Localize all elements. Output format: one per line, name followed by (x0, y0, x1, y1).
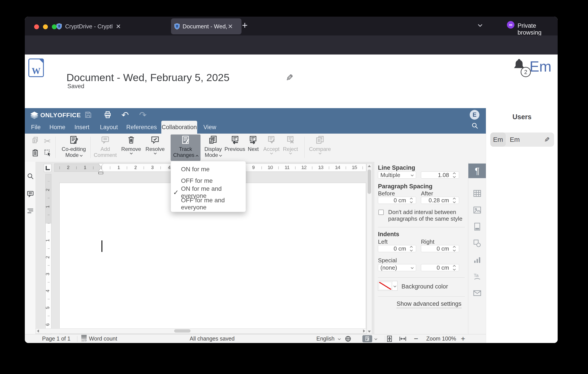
track-changes-status-icon (362, 335, 372, 342)
menu-item-on-for-everyone[interactable]: ✓ ON for me and everyone (171, 187, 246, 198)
special-value-spinner[interactable]: 0 cm (421, 264, 459, 271)
word-count-button[interactable]: 123 Word count (81, 335, 117, 342)
menu-item-off-for-everyone[interactable]: OFF for me and everyone (171, 198, 246, 210)
ruler-number: 5 (45, 306, 51, 309)
menu-tab-collaboration[interactable]: Collaboration (161, 121, 197, 134)
line-spacing-value-spinner[interactable]: 1.08 (421, 171, 459, 179)
menu-tab-view[interactable]: View (202, 121, 218, 134)
notifications-bell[interactable]: 2 (512, 57, 532, 77)
zoom-out-button[interactable]: − (414, 334, 418, 343)
paste-icon[interactable] (32, 149, 39, 157)
minimize-window-button[interactable] (43, 24, 48, 29)
menu-item-off-for-me[interactable]: OFF for me (171, 175, 246, 187)
fit-width-button[interactable] (399, 335, 407, 342)
select-all-icon[interactable] (44, 149, 51, 157)
previous-change-button[interactable]: Previous (225, 135, 245, 152)
scroll-up-arrow[interactable] (368, 165, 371, 167)
language-selector[interactable]: English (316, 335, 351, 342)
scroll-right-arrow[interactable] (363, 330, 365, 332)
spin-up[interactable] (453, 172, 456, 175)
edit-user-name-pencil-icon[interactable]: ✎ (544, 136, 550, 144)
line-spacing-select[interactable]: Multiple (378, 171, 416, 179)
image-settings-tab[interactable] (468, 203, 486, 217)
chart-settings-tab[interactable] (468, 253, 486, 267)
tabs-chevron-down-icon[interactable] (477, 22, 483, 29)
left-indent-marker[interactable] (98, 172, 103, 174)
ruler-number: 9 (252, 165, 255, 170)
user-list-item[interactable]: Em Em ✎ (490, 133, 554, 147)
paragraph-settings-tab[interactable]: ¶ (468, 164, 486, 178)
horizontal-scrollbar[interactable] (35, 328, 367, 334)
header-footer-settings-tab[interactable] (468, 219, 486, 234)
new-tab-button[interactable]: + (242, 20, 248, 31)
menu-tab-layout[interactable]: Layout (99, 121, 119, 134)
tab-document-active[interactable]: Document - Wed, February 5, 2 ✕ (171, 18, 242, 34)
document-title[interactable]: Document - Wed, February 5, 2025 (66, 71, 230, 83)
close-window-button[interactable] (34, 24, 39, 29)
find-icon[interactable] (27, 172, 34, 180)
zoom-in-button[interactable]: + (461, 334, 465, 343)
advanced-settings-link[interactable]: Show advanced settings (397, 301, 462, 308)
menu-item-on-for-me[interactable]: ON for me (171, 164, 246, 175)
ruler-number: 1 (45, 205, 51, 208)
hanging-indent-marker[interactable] (98, 168, 103, 171)
ruler-number: 1 (45, 239, 51, 242)
display-mode-button[interactable]: Display Mode (202, 135, 224, 158)
comments-icon[interactable] (27, 190, 34, 198)
vertical-scrollbar[interactable] (367, 164, 372, 334)
next-change-button[interactable]: Next (245, 135, 261, 152)
co-editing-mode-button[interactable]: Co-editing Mode (59, 135, 88, 158)
vertical-scroll-thumb[interactable] (368, 169, 371, 194)
first-line-indent-marker[interactable] (98, 164, 103, 167)
resolve-comment-button[interactable]: Resolve (144, 135, 166, 154)
spacing-before-spinner[interactable]: 0 cm (378, 197, 416, 204)
ruler-number: 2 (134, 165, 137, 170)
indents-label: Indents (378, 231, 399, 238)
mail-merge-tab[interactable] (468, 286, 486, 301)
indent-right-spinner[interactable]: 0 cm (421, 245, 459, 252)
spin-down[interactable] (453, 175, 456, 178)
track-changes-button[interactable]: Track Changes (171, 135, 200, 161)
menu-tab-file[interactable]: File (30, 121, 42, 134)
no-interval-checkbox[interactable] (378, 210, 384, 215)
spacing-after-spinner[interactable]: 0.28 cm (421, 197, 459, 204)
background-color-picker[interactable] (378, 281, 398, 291)
cryptpad-shield-icon (56, 23, 62, 30)
tab-cryptdrive[interactable]: CryptDrive - CryptPad.fr ✕ (53, 18, 124, 34)
table-settings-tab[interactable] (468, 186, 486, 201)
right-icon-strip: ¶ Ta (468, 162, 486, 334)
collaboration-ribbon: ✂ Co-editing Mode Add Comment Remove (25, 134, 486, 162)
save-status: All changes saved (190, 335, 235, 342)
track-changes-dropdown: ON for me OFF for me ✓ ON for me and eve… (171, 161, 246, 212)
undo-icon[interactable]: ↶ (121, 110, 129, 120)
menu-tab-references[interactable]: References (125, 121, 158, 134)
print-icon[interactable] (104, 111, 112, 119)
menu-tab-insert[interactable]: Insert (73, 121, 91, 134)
indent-left-spinner[interactable]: 0 cm (378, 245, 416, 252)
menu-tab-home[interactable]: Home (48, 121, 67, 134)
editor-search-icon[interactable] (471, 122, 479, 129)
scroll-down-arrow[interactable] (368, 331, 371, 332)
tab-close-icon[interactable]: ✕ (116, 23, 121, 30)
special-select[interactable]: (none) (378, 264, 416, 271)
text-art-settings-tab[interactable]: Ta (468, 269, 486, 284)
horizontal-scroll-thumb[interactable] (174, 329, 190, 332)
accept-icon (267, 135, 276, 145)
paragraph-spacing-label: Paragraph Spacing (378, 183, 432, 190)
tab-close-icon[interactable]: ✕ (228, 23, 233, 30)
reject-icon (286, 135, 295, 145)
scroll-left-arrow[interactable] (37, 330, 39, 332)
indent-left-label: Left (378, 239, 388, 245)
user-avatar-initials[interactable]: Em (529, 58, 551, 75)
navigation-icon[interactable] (27, 207, 34, 215)
remove-comment-button[interactable]: Remove (120, 135, 142, 154)
fit-page-button[interactable] (386, 335, 393, 342)
track-changes-toggle[interactable] (362, 335, 377, 342)
editor-user-avatar[interactable]: E (470, 110, 479, 120)
shape-settings-tab[interactable] (468, 236, 486, 250)
word-count-icon: 123 (81, 336, 87, 342)
onlyoffice-logo (30, 111, 39, 119)
tab-stop-selector[interactable] (44, 164, 51, 172)
edit-title-pencil-icon[interactable]: ✎ (286, 73, 293, 83)
onlyoffice-toolbar: ONLYOFFICE ↶ ↷ File Home Insert Layout R… (25, 108, 486, 134)
